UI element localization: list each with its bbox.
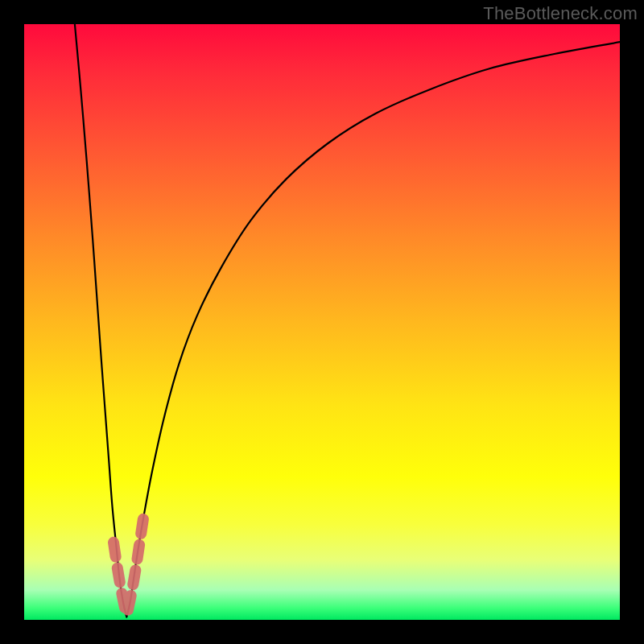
site-watermark: TheBottleneck.com [483, 3, 638, 24]
curve-left-branch [75, 24, 126, 617]
curve-layer [24, 24, 620, 620]
curve-right-branch [126, 42, 620, 617]
chart-frame: TheBottleneck.com [0, 0, 644, 644]
marker-cluster [114, 518, 143, 613]
plot-area [24, 24, 620, 620]
